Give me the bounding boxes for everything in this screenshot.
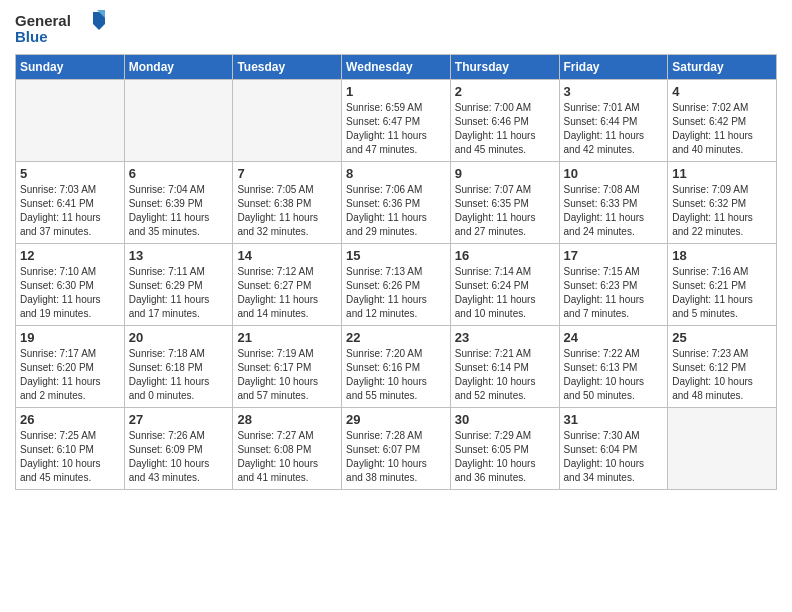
day-info: Sunrise: 7:01 AMSunset: 6:44 PMDaylight:…	[564, 101, 664, 157]
calendar-cell: 6Sunrise: 7:04 AMSunset: 6:39 PMDaylight…	[124, 162, 233, 244]
calendar-header-row: SundayMondayTuesdayWednesdayThursdayFrid…	[16, 55, 777, 80]
day-info: Sunrise: 7:11 AMSunset: 6:29 PMDaylight:…	[129, 265, 229, 321]
calendar-cell: 7Sunrise: 7:05 AMSunset: 6:38 PMDaylight…	[233, 162, 342, 244]
calendar-cell	[16, 80, 125, 162]
day-number: 21	[237, 330, 337, 345]
day-info: Sunrise: 7:26 AMSunset: 6:09 PMDaylight:…	[129, 429, 229, 485]
day-number: 2	[455, 84, 555, 99]
day-info: Sunrise: 7:02 AMSunset: 6:42 PMDaylight:…	[672, 101, 772, 157]
day-info: Sunrise: 7:20 AMSunset: 6:16 PMDaylight:…	[346, 347, 446, 403]
day-number: 4	[672, 84, 772, 99]
calendar-table: SundayMondayTuesdayWednesdayThursdayFrid…	[15, 54, 777, 490]
day-info: Sunrise: 7:23 AMSunset: 6:12 PMDaylight:…	[672, 347, 772, 403]
day-number: 6	[129, 166, 229, 181]
calendar-cell: 8Sunrise: 7:06 AMSunset: 6:36 PMDaylight…	[342, 162, 451, 244]
day-number: 16	[455, 248, 555, 263]
calendar-cell: 2Sunrise: 7:00 AMSunset: 6:46 PMDaylight…	[450, 80, 559, 162]
calendar-cell: 4Sunrise: 7:02 AMSunset: 6:42 PMDaylight…	[668, 80, 777, 162]
day-info: Sunrise: 7:25 AMSunset: 6:10 PMDaylight:…	[20, 429, 120, 485]
column-header-sunday: Sunday	[16, 55, 125, 80]
calendar-cell: 5Sunrise: 7:03 AMSunset: 6:41 PMDaylight…	[16, 162, 125, 244]
day-number: 31	[564, 412, 664, 427]
calendar-cell: 30Sunrise: 7:29 AMSunset: 6:05 PMDayligh…	[450, 408, 559, 490]
day-info: Sunrise: 7:07 AMSunset: 6:35 PMDaylight:…	[455, 183, 555, 239]
day-info: Sunrise: 7:28 AMSunset: 6:07 PMDaylight:…	[346, 429, 446, 485]
calendar-cell: 3Sunrise: 7:01 AMSunset: 6:44 PMDaylight…	[559, 80, 668, 162]
calendar-week-row: 19Sunrise: 7:17 AMSunset: 6:20 PMDayligh…	[16, 326, 777, 408]
calendar-cell: 29Sunrise: 7:28 AMSunset: 6:07 PMDayligh…	[342, 408, 451, 490]
logo: General Blue	[15, 10, 105, 46]
day-info: Sunrise: 7:10 AMSunset: 6:30 PMDaylight:…	[20, 265, 120, 321]
day-number: 25	[672, 330, 772, 345]
column-header-friday: Friday	[559, 55, 668, 80]
calendar-cell: 20Sunrise: 7:18 AMSunset: 6:18 PMDayligh…	[124, 326, 233, 408]
day-info: Sunrise: 7:30 AMSunset: 6:04 PMDaylight:…	[564, 429, 664, 485]
calendar-cell	[668, 408, 777, 490]
day-number: 15	[346, 248, 446, 263]
calendar-cell: 14Sunrise: 7:12 AMSunset: 6:27 PMDayligh…	[233, 244, 342, 326]
day-number: 23	[455, 330, 555, 345]
day-info: Sunrise: 7:05 AMSunset: 6:38 PMDaylight:…	[237, 183, 337, 239]
logo-icon: General Blue	[15, 10, 105, 46]
calendar-cell	[124, 80, 233, 162]
calendar-cell: 18Sunrise: 7:16 AMSunset: 6:21 PMDayligh…	[668, 244, 777, 326]
calendar-cell: 16Sunrise: 7:14 AMSunset: 6:24 PMDayligh…	[450, 244, 559, 326]
day-number: 22	[346, 330, 446, 345]
day-info: Sunrise: 6:59 AMSunset: 6:47 PMDaylight:…	[346, 101, 446, 157]
column-header-monday: Monday	[124, 55, 233, 80]
day-number: 9	[455, 166, 555, 181]
day-number: 10	[564, 166, 664, 181]
calendar-week-row: 1Sunrise: 6:59 AMSunset: 6:47 PMDaylight…	[16, 80, 777, 162]
calendar-cell: 21Sunrise: 7:19 AMSunset: 6:17 PMDayligh…	[233, 326, 342, 408]
page-header: General Blue	[15, 10, 777, 46]
day-info: Sunrise: 7:16 AMSunset: 6:21 PMDaylight:…	[672, 265, 772, 321]
day-info: Sunrise: 7:09 AMSunset: 6:32 PMDaylight:…	[672, 183, 772, 239]
calendar-week-row: 12Sunrise: 7:10 AMSunset: 6:30 PMDayligh…	[16, 244, 777, 326]
day-number: 1	[346, 84, 446, 99]
day-info: Sunrise: 7:21 AMSunset: 6:14 PMDaylight:…	[455, 347, 555, 403]
day-number: 29	[346, 412, 446, 427]
calendar-cell: 11Sunrise: 7:09 AMSunset: 6:32 PMDayligh…	[668, 162, 777, 244]
calendar-week-row: 26Sunrise: 7:25 AMSunset: 6:10 PMDayligh…	[16, 408, 777, 490]
column-header-tuesday: Tuesday	[233, 55, 342, 80]
calendar-cell: 31Sunrise: 7:30 AMSunset: 6:04 PMDayligh…	[559, 408, 668, 490]
day-number: 18	[672, 248, 772, 263]
day-info: Sunrise: 7:06 AMSunset: 6:36 PMDaylight:…	[346, 183, 446, 239]
day-info: Sunrise: 7:18 AMSunset: 6:18 PMDaylight:…	[129, 347, 229, 403]
day-info: Sunrise: 7:12 AMSunset: 6:27 PMDaylight:…	[237, 265, 337, 321]
day-number: 30	[455, 412, 555, 427]
day-number: 14	[237, 248, 337, 263]
day-info: Sunrise: 7:08 AMSunset: 6:33 PMDaylight:…	[564, 183, 664, 239]
day-number: 11	[672, 166, 772, 181]
day-number: 26	[20, 412, 120, 427]
day-info: Sunrise: 7:19 AMSunset: 6:17 PMDaylight:…	[237, 347, 337, 403]
day-number: 7	[237, 166, 337, 181]
calendar-cell	[233, 80, 342, 162]
svg-text:Blue: Blue	[15, 28, 48, 45]
calendar-cell: 22Sunrise: 7:20 AMSunset: 6:16 PMDayligh…	[342, 326, 451, 408]
day-info: Sunrise: 7:00 AMSunset: 6:46 PMDaylight:…	[455, 101, 555, 157]
calendar-cell: 10Sunrise: 7:08 AMSunset: 6:33 PMDayligh…	[559, 162, 668, 244]
calendar-cell: 25Sunrise: 7:23 AMSunset: 6:12 PMDayligh…	[668, 326, 777, 408]
day-number: 8	[346, 166, 446, 181]
day-info: Sunrise: 7:27 AMSunset: 6:08 PMDaylight:…	[237, 429, 337, 485]
svg-text:General: General	[15, 12, 71, 29]
calendar-cell: 24Sunrise: 7:22 AMSunset: 6:13 PMDayligh…	[559, 326, 668, 408]
day-info: Sunrise: 7:13 AMSunset: 6:26 PMDaylight:…	[346, 265, 446, 321]
day-number: 5	[20, 166, 120, 181]
calendar-cell: 9Sunrise: 7:07 AMSunset: 6:35 PMDaylight…	[450, 162, 559, 244]
calendar-cell: 12Sunrise: 7:10 AMSunset: 6:30 PMDayligh…	[16, 244, 125, 326]
calendar-cell: 26Sunrise: 7:25 AMSunset: 6:10 PMDayligh…	[16, 408, 125, 490]
day-number: 20	[129, 330, 229, 345]
calendar-week-row: 5Sunrise: 7:03 AMSunset: 6:41 PMDaylight…	[16, 162, 777, 244]
day-number: 28	[237, 412, 337, 427]
day-number: 24	[564, 330, 664, 345]
day-number: 19	[20, 330, 120, 345]
day-info: Sunrise: 7:03 AMSunset: 6:41 PMDaylight:…	[20, 183, 120, 239]
day-number: 12	[20, 248, 120, 263]
column-header-thursday: Thursday	[450, 55, 559, 80]
day-info: Sunrise: 7:15 AMSunset: 6:23 PMDaylight:…	[564, 265, 664, 321]
day-info: Sunrise: 7:17 AMSunset: 6:20 PMDaylight:…	[20, 347, 120, 403]
day-number: 27	[129, 412, 229, 427]
calendar-cell: 23Sunrise: 7:21 AMSunset: 6:14 PMDayligh…	[450, 326, 559, 408]
